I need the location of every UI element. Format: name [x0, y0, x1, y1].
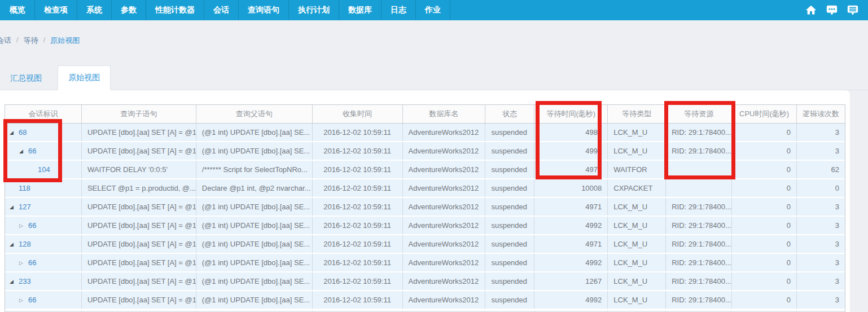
session-id-link[interactable]: 66	[28, 258, 36, 267]
column-header-parent_stmt[interactable]: 查询父语句	[196, 105, 313, 123]
nav-item-logs[interactable]: 日志	[382, 0, 416, 20]
cell-status: suspended	[485, 291, 534, 309]
expand-toggle-icon[interactable]: ▷	[19, 254, 28, 271]
cell-reads: 3	[797, 291, 845, 309]
expand-toggle-icon[interactable]: ▷	[19, 217, 28, 234]
expand-toggle-icon[interactable]: ▷	[19, 292, 28, 309]
cell-status: suspended	[485, 235, 534, 253]
tab-summary-view[interactable]: 汇总视图	[0, 67, 52, 90]
cell-session_id: ▷66	[5, 217, 82, 234]
cell-parent_stmt: (@1 int) UPDATE [dbo].[aa] SE...	[196, 254, 313, 271]
navbar-icons	[805, 0, 868, 20]
nav-item-overview[interactable]: 概览	[0, 0, 35, 20]
table-row: 104WAITFOR DELAY '0:0:5'/****** Script f…	[5, 161, 845, 179]
session-id-link[interactable]: 68	[19, 128, 27, 137]
cell-status: suspended	[485, 142, 534, 160]
home-icon[interactable]	[805, 4, 817, 16]
cell-wait_ms: 4992	[534, 142, 608, 160]
breadcrumb-separator: /	[16, 36, 19, 46]
column-header-cpu_ms[interactable]: CPU时间(毫秒)	[732, 105, 797, 123]
nav-item-perf-counters[interactable]: 性能计数器	[146, 0, 204, 20]
cell-session_id: ◢127	[5, 198, 82, 216]
cell-cpu_ms: 0	[732, 124, 797, 141]
column-header-session_id[interactable]: 会话标识	[5, 105, 82, 123]
column-header-status[interactable]: 状态	[485, 105, 534, 123]
cell-wait_type: CXPACKET	[608, 179, 666, 197]
collapse-toggle-icon[interactable]: ◢	[10, 124, 19, 141]
cell-db_name: AdventureWorks2012	[403, 198, 486, 216]
column-header-wait_resource[interactable]: 等待资源	[666, 105, 732, 123]
cell-status: suspended	[485, 124, 534, 141]
cell-wait_ms: 4975	[534, 161, 608, 178]
cell-cpu_ms: 0	[732, 254, 797, 271]
column-header-wait_ms[interactable]: 等待时间(毫秒)	[534, 105, 608, 123]
cell-status: suspended	[485, 179, 534, 197]
column-header-wait_type[interactable]: 等待类型	[608, 105, 666, 123]
cell-reads: 3	[797, 235, 845, 253]
cell-collect_time: 2016-12-02 10:59:11	[313, 198, 403, 216]
cell-parent_stmt: (@1 int) UPDATE [dbo].[aa] SE...	[196, 217, 313, 234]
breadcrumb-item-raw-view[interactable]: 原始视图	[50, 36, 80, 46]
cell-wait_resource: RID: 29:1:78400...	[666, 217, 732, 234]
session-id-link[interactable]: 66	[28, 221, 36, 230]
breadcrumb-item-sessions[interactable]: 会话	[0, 36, 11, 46]
cell-wait_resource	[666, 179, 732, 197]
column-header-db_name[interactable]: 数据库名	[403, 105, 486, 123]
nav-item-databases[interactable]: 数据库	[339, 0, 382, 20]
message-dots-icon[interactable]	[826, 4, 838, 16]
collapse-toggle-icon[interactable]: ◢	[10, 199, 19, 216]
nav-item-query-statements[interactable]: 查询语句	[239, 0, 289, 20]
session-id-link[interactable]: 66	[28, 296, 36, 304]
nav-item-jobs[interactable]: 作业	[416, 0, 450, 20]
column-header-reads[interactable]: 逻辑读次数	[797, 105, 845, 123]
session-id-link[interactable]: 128	[19, 240, 31, 248]
cell-collect_time: 2016-12-02 10:59:11	[313, 179, 403, 197]
cell-collect_time: 2016-12-02 10:59:11	[313, 235, 403, 253]
nav-item-check-items[interactable]: 检查项	[35, 0, 77, 20]
collapse-toggle-icon[interactable]: ◢	[10, 236, 19, 253]
table-row: ◢66UPDATE [dbo].[aa] SET [A] = @1(@1 int…	[5, 142, 845, 161]
tab-raw-view[interactable]: 原始视图	[58, 65, 111, 90]
nav-item-system[interactable]: 系统	[77, 0, 112, 20]
cell-db_name: AdventureWorks2012	[403, 235, 486, 253]
session-id-link[interactable]: 233	[19, 277, 31, 285]
session-id-link[interactable]: 104	[38, 165, 50, 174]
column-header-collect_time[interactable]: 收集时间	[313, 105, 403, 123]
cell-parent_stmt: (@1 int) UPDATE [dbo].[aa] SE...	[196, 273, 313, 290]
content-panel: 会话标识查询子语句查询父语句收集时间数据库名状态等待时间(毫秒)等待类型等待资源…	[0, 90, 850, 312]
session-id-link[interactable]: 66	[28, 147, 36, 155]
table-row: ◢68UPDATE [dbo].[aa] SET [A] = @1(@1 int…	[5, 124, 845, 142]
table-header-row: 会话标识查询子语句查询父语句收集时间数据库名状态等待时间(毫秒)等待类型等待资源…	[5, 105, 845, 124]
cell-db_name: AdventureWorks2012	[403, 291, 486, 309]
cell-parent_stmt: (@1 int) UPDATE [dbo].[aa] SE...	[196, 124, 313, 141]
session-id-link[interactable]: 127	[19, 203, 31, 211]
cell-db_name: AdventureWorks2012	[403, 142, 486, 160]
nav-item-execution-plans[interactable]: 执行计划	[289, 0, 339, 20]
cell-wait_ms: 4992	[534, 291, 608, 309]
collapse-toggle-icon[interactable]: ◢	[10, 273, 19, 290]
nav-item-parameters[interactable]: 参数	[112, 0, 146, 20]
cell-parent_stmt: (@1 int) UPDATE [dbo].[aa] SE...	[196, 198, 313, 216]
cell-stmt: UPDATE [dbo].[aa] SET [A] = @1	[82, 217, 196, 234]
cell-session_id: ▷66	[5, 254, 82, 271]
session-id-link[interactable]: 118	[19, 184, 30, 192]
cell-stmt: SELECT @p1 = p.productid, @...	[82, 179, 196, 197]
cell-status: suspended	[485, 273, 534, 290]
column-header-stmt[interactable]: 查询子语句	[82, 105, 196, 123]
cell-wait_type: LCK_M_U	[608, 254, 666, 271]
cell-reads: 3	[797, 217, 845, 234]
message-lines-icon[interactable]	[847, 4, 859, 16]
cell-stmt: UPDATE [dbo].[aa] SET [A] = @1	[82, 142, 196, 160]
table-row: ◢128UPDATE [dbo].[aa] SET [A] = @1(@1 in…	[5, 235, 845, 254]
cell-wait_type: LCK_M_U	[608, 273, 666, 290]
cell-wait_ms: 4992	[534, 217, 608, 234]
breadcrumb-separator: /	[43, 36, 46, 46]
cell-session_id: 118	[5, 179, 82, 197]
cell-parent_stmt: Declare @p1 int, @p2 nvarchar...	[196, 179, 313, 197]
table-row: ◢233UPDATE [dbo].[aa] SET [A] = @1(@1 in…	[5, 273, 845, 291]
cell-wait_ms: 10008	[534, 179, 608, 197]
table-row: ▷66UPDATE [dbo].[aa] SET [A] = @1(@1 int…	[5, 254, 845, 273]
nav-item-sessions[interactable]: 会话	[204, 0, 239, 20]
breadcrumb-item-waits[interactable]: 等待	[24, 36, 38, 46]
collapse-toggle-icon[interactable]: ◢	[19, 143, 28, 160]
